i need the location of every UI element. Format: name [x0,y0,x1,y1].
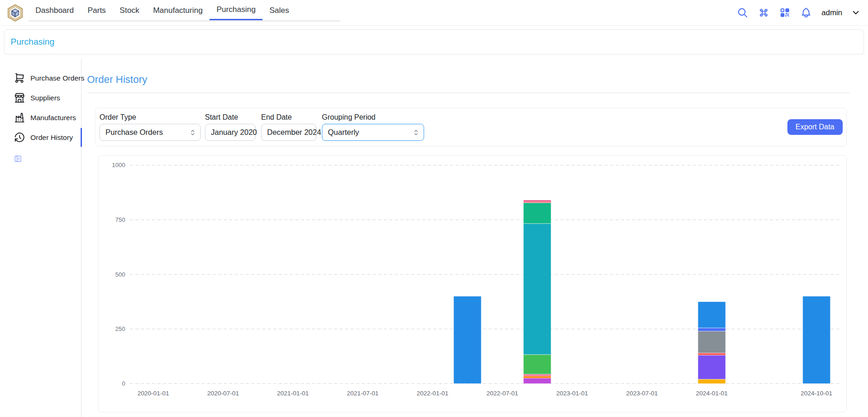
purchasing-sidebar: Purchase OrdersSuppliersManufacturersOrd… [0,59,82,417]
grouping-period-select[interactable]: Quarterly [322,124,424,141]
bar-segment-2022-10-01[interactable] [524,200,551,202]
y-axis-tick-0: 0 [122,380,125,387]
shopping-cart-icon [14,72,25,84]
breadcrumb-purchasing-link[interactable]: Purchasing [11,37,54,47]
bar-segment-2024-01-01[interactable] [698,328,726,331]
sidebar-item-suppliers[interactable]: Suppliers [0,88,81,108]
collapse-sidebar-icon[interactable] [14,155,22,163]
end-date-value: December 2024 [267,128,321,137]
y-axis-tick-1000: 1000 [112,162,125,168]
sidebar-item-label: Purchase Orders [30,74,84,82]
bar-segment-2022-10-01[interactable] [524,224,551,355]
navbar-actions: admin [737,7,861,18]
start-date-input[interactable]: January 2020 [205,124,256,141]
sidebar-item-label: Suppliers [30,94,60,102]
building-store-icon [14,92,25,104]
y-axis-tick-750: 750 [115,216,125,223]
x-axis-tick-2023-07-01: 2023-07-01 [626,390,658,397]
x-axis-tick-2020-01-01: 2020-01-01 [137,390,169,397]
qrcode-scan-icon[interactable] [779,7,791,18]
x-axis-tick-2023-01-01: 2023-01-01 [556,390,588,397]
end-date-field: End Date December 2024 [261,113,322,141]
order-type-label: Order Type [99,113,205,122]
search-icon[interactable] [737,7,748,18]
order-history-chart: 025050075010002020-01-012020-07-012021-0… [99,156,846,412]
chevron-down-icon[interactable] [851,8,861,17]
chart-card: 025050075010002020-01-012020-07-012021-0… [98,155,847,412]
main-panel: Order History Order Type Purchase Orders… [82,59,868,417]
command-key-icon[interactable] [758,7,769,18]
start-date-value: January 2020 [211,128,257,137]
x-axis-tick-2022-01-01: 2022-01-01 [417,390,449,397]
sidebar-item-manufacturers[interactable]: Manufacturers [0,108,81,127]
nav-tab-stock[interactable]: Stock [113,0,146,20]
start-date-label: Start Date [205,113,261,122]
end-date-label: End Date [261,113,322,122]
bar-segment-2024-10-01[interactable] [803,296,830,384]
breadcrumb: Purchasing [4,29,864,54]
start-date-field: Start Date January 2020 [205,113,261,141]
top-navbar: DashboardPartsStockManufacturingPurchasi… [0,0,868,26]
title-divider [87,93,850,93]
nav-tab-manufacturing[interactable]: Manufacturing [146,0,210,20]
bar-segment-2022-04-01[interactable] [454,296,481,384]
sidebar-item-purchase-orders[interactable]: Purchase Orders [0,68,81,88]
inventree-logo-icon[interactable] [6,4,24,22]
notifications-bell-icon[interactable] [800,7,812,18]
sidebar-item-label: Order History [30,133,73,142]
filter-toolbar: Order Type Purchase Orders Start Date Ja… [95,108,847,146]
bar-segment-2022-10-01[interactable] [524,354,551,374]
bar-segment-2022-10-01[interactable] [524,376,551,378]
order-type-field: Order Type Purchase Orders [99,113,205,141]
bar-segment-2024-01-01[interactable] [698,355,726,379]
content-area: Purchase OrdersSuppliersManufacturersOrd… [0,59,868,417]
y-axis-tick-500: 500 [115,271,125,278]
bar-segment-2024-01-01[interactable] [698,353,726,355]
main-nav-tabs: DashboardPartsStockManufacturingPurchasi… [29,0,340,22]
nav-tab-purchasing[interactable]: Purchasing [210,0,262,20]
grouping-period-field: Grouping Period Quarterly [322,113,424,141]
grouping-period-value: Quarterly [328,128,359,137]
x-axis-tick-2024-01-01: 2024-01-01 [696,390,728,397]
end-date-input[interactable]: December 2024 [261,124,316,141]
export-data-button[interactable]: Export Data [787,119,843,135]
bar-segment-2024-01-01[interactable] [698,379,726,383]
x-axis-tick-2020-07-01: 2020-07-01 [207,390,239,397]
page-title: Order History [87,74,868,86]
x-axis-tick-2021-07-01: 2021-07-01 [347,390,379,397]
order-type-select[interactable]: Purchase Orders [99,124,201,141]
nav-tab-parts[interactable]: Parts [81,0,113,20]
nav-tab-dashboard[interactable]: Dashboard [29,0,81,20]
factory-icon [14,112,25,123]
bar-segment-2024-01-01[interactable] [698,331,726,353]
grouping-period-label: Grouping Period [322,113,424,122]
bar-segment-2024-01-01[interactable] [698,301,726,328]
history-clock-icon [14,132,25,143]
sidebar-item-label: Manufacturers [30,114,76,122]
selector-updown-icon [189,128,197,136]
user-menu-label[interactable]: admin [821,8,842,17]
x-axis-tick-2022-07-01: 2022-07-01 [486,390,518,397]
bar-segment-2022-10-01[interactable] [524,203,551,224]
bar-segment-2022-10-01[interactable] [524,378,551,384]
x-axis-tick-2024-10-01: 2024-10-01 [801,390,833,397]
bar-segment-2022-10-01[interactable] [524,374,551,376]
order-type-value: Purchase Orders [105,128,163,137]
y-axis-tick-250: 250 [115,325,125,332]
x-axis-tick-2021-01-01: 2021-01-01 [277,390,309,397]
selector-updown-icon [412,128,420,136]
nav-tab-sales[interactable]: Sales [262,0,296,20]
sidebar-item-order-history[interactable]: Order History [0,127,81,147]
